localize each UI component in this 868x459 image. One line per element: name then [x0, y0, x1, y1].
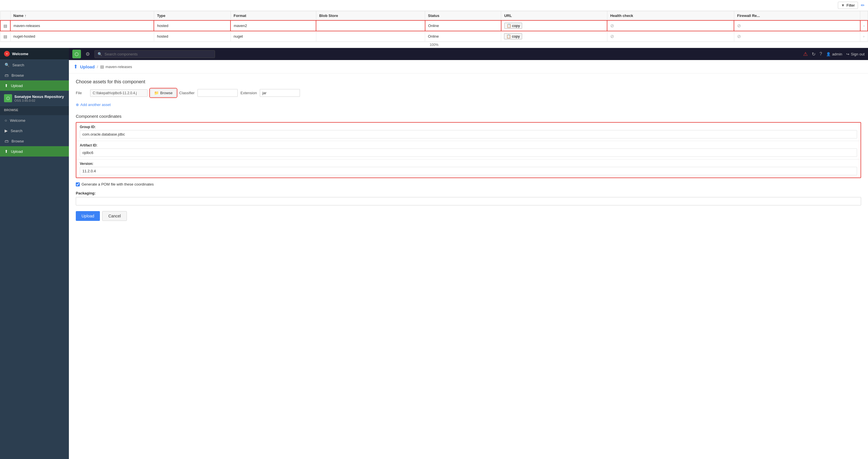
col-format[interactable]: Format [230, 11, 316, 21]
filter-icon: ▼ [841, 3, 845, 7]
search-browse-icon: ▶ [5, 128, 8, 133]
row-health-check: ⊘ [607, 31, 734, 41]
topbar: ⬡ ⚙ 🔍 ⚠ ↻ ? 👤 admin ↪ Sign out [69, 48, 868, 60]
browse-section: Browse [0, 106, 69, 115]
row-format: nuget [230, 31, 316, 41]
sidebar-item-browse[interactable]: 🗃 Browse [0, 70, 69, 80]
sidebar-item-search[interactable]: 🔍 Search [0, 60, 69, 70]
col-icon [0, 11, 10, 21]
sidebar-header: × Welcome [0, 48, 69, 60]
add-asset-button[interactable]: ⊕ Add another asset [76, 102, 111, 108]
breadcrumb: ⬆ Upload / ▤ maven-releases [69, 60, 868, 74]
help-icon[interactable]: ? [819, 51, 822, 57]
firewall-na-icon: ⊘ [737, 23, 741, 28]
sidebar-item-label: Upload [11, 84, 23, 88]
col-health-check[interactable]: Health check [607, 11, 734, 21]
breadcrumb-db-icon: ▤ [100, 64, 104, 69]
copy-icon: 📋 [507, 24, 511, 28]
row-firewall: ⊘ [734, 31, 860, 41]
row-name[interactable]: maven-releases [10, 20, 154, 31]
asset-row: File C:\fakepath\ojdbc6-11.2.0.4.j 📁 Bro… [76, 89, 861, 97]
classifier-label: Classifier [179, 91, 194, 95]
health-na-icon: ⊘ [610, 34, 614, 39]
close-button[interactable]: × [4, 51, 10, 57]
upload-inner-icon: ⬆ [5, 149, 8, 154]
filter-button[interactable]: ▼ Filter [838, 2, 858, 9]
version-input[interactable] [80, 167, 857, 175]
signout-icon: ↪ [846, 52, 849, 56]
table-row[interactable]: ▤ maven-releases hosted maven2 Online 📋 … [0, 20, 868, 31]
col-firewall[interactable]: Firewall Re... [734, 11, 860, 21]
app-logo: ⬡ Sonatype Nexus Repository OSS 3.65.0-0… [4, 94, 65, 102]
breadcrumb-separator: / [97, 65, 98, 69]
filter-label: Filter [846, 3, 855, 7]
sidebar-item-label: Upload [11, 149, 23, 154]
sidebar-item-label: Browse [11, 139, 24, 143]
sidebar-item-upload[interactable]: ⬆ Upload [0, 80, 69, 91]
gear-icon[interactable]: ⚙ [84, 50, 91, 58]
repository-table: Name ↑ Type Format Blob Store Status URL… [0, 11, 868, 41]
row-name[interactable]: nuget-hosted [10, 31, 154, 41]
edit-icon: ✏ [861, 3, 865, 8]
copy-url-button[interactable]: 📋 copy [504, 23, 522, 29]
group-id-field: Group ID: [76, 123, 861, 141]
search-icon: 🔍 [98, 52, 102, 56]
copy-label: copy [512, 24, 520, 28]
row-health-check: ⊘ [607, 20, 734, 31]
row-format: maven2 [230, 20, 316, 31]
sidebar-item-search-browse[interactable]: ▶ Search [0, 125, 69, 136]
search-input[interactable] [104, 52, 212, 56]
user-button[interactable]: 👤 admin [826, 52, 842, 56]
packaging-label: Packaging: [76, 191, 861, 195]
breadcrumb-upload-link[interactable]: Upload [80, 64, 95, 69]
signout-button[interactable]: ↪ Sign out [846, 52, 865, 56]
col-blob-store[interactable]: Blob Store [316, 11, 425, 21]
component-coordinates-section: Component coordinates Group ID: Artifact… [76, 114, 861, 221]
app-info: ⬡ Sonatype Nexus Repository OSS 3.65.0-0… [0, 91, 69, 106]
search-box[interactable]: 🔍 [94, 50, 215, 58]
col-status[interactable]: Status [425, 11, 501, 21]
top-area: ▼ Filter ✏ Name ↑ Type Format Blob Store… [0, 0, 868, 48]
table-row[interactable]: ▤ nuget-hosted hosted nuget Online 📋 cop… [0, 31, 868, 41]
extension-label: Extension [241, 91, 257, 95]
browse-label: Browse [160, 91, 173, 95]
expand-icon: › [863, 24, 865, 28]
packaging-section: Packaging: [76, 191, 861, 205]
sidebar-item-browse-inner[interactable]: 🗃 Browse [0, 136, 69, 146]
packaging-input[interactable] [76, 197, 861, 205]
sidebar-item-label: Welcome [10, 118, 25, 123]
row-icon: ▤ [0, 31, 10, 41]
row-blob-store [316, 20, 425, 31]
refresh-icon[interactable]: ↻ [812, 51, 815, 57]
upload-button[interactable]: Upload [76, 211, 100, 221]
row-expand[interactable]: › [860, 20, 868, 31]
group-id-input[interactable] [80, 130, 857, 139]
sidebar-item-welcome[interactable]: ○ Welcome [0, 115, 69, 125]
pom-checkbox[interactable] [76, 182, 80, 187]
row-icon: ▤ [0, 20, 10, 31]
breadcrumb-upload-icon: ⬆ [73, 63, 78, 70]
browse-icon: 🗃 [5, 73, 9, 78]
browse-button[interactable]: 📁 Browse [150, 89, 176, 97]
welcome-icon: ○ [5, 118, 7, 123]
coordinates-box: Group ID: Artifact ID: Version: [76, 122, 861, 178]
classifier-input[interactable] [197, 89, 238, 97]
extension-input[interactable] [260, 89, 300, 97]
col-url[interactable]: URL [501, 11, 607, 21]
col-name[interactable]: Name ↑ [10, 11, 154, 21]
row-status: Online [425, 20, 501, 31]
content-area: ⬆ Upload / ▤ maven-releases Choose asset… [69, 60, 868, 459]
add-asset-label: Add another asset [81, 103, 111, 107]
col-type[interactable]: Type [154, 11, 230, 21]
sidebar-item-upload-inner[interactable]: ⬆ Upload [0, 146, 69, 156]
cancel-button[interactable]: Cancel [102, 211, 127, 221]
row-expand[interactable]: › [860, 31, 868, 41]
database-icon: ▤ [3, 24, 7, 28]
alert-icon[interactable]: ⚠ [803, 51, 808, 57]
copy-url-button[interactable]: 📋 copy [504, 33, 522, 39]
topbar-logo: ⬡ [72, 50, 81, 58]
row-blob-store [316, 31, 425, 41]
main-layout: × Welcome 🔍 Search 🗃 Browse ⬆ Upload ⬡ S… [0, 48, 868, 459]
app-details: Sonatype Nexus Repository OSS 3.65.0-02 [14, 94, 64, 102]
artifact-id-input[interactable] [80, 148, 857, 157]
